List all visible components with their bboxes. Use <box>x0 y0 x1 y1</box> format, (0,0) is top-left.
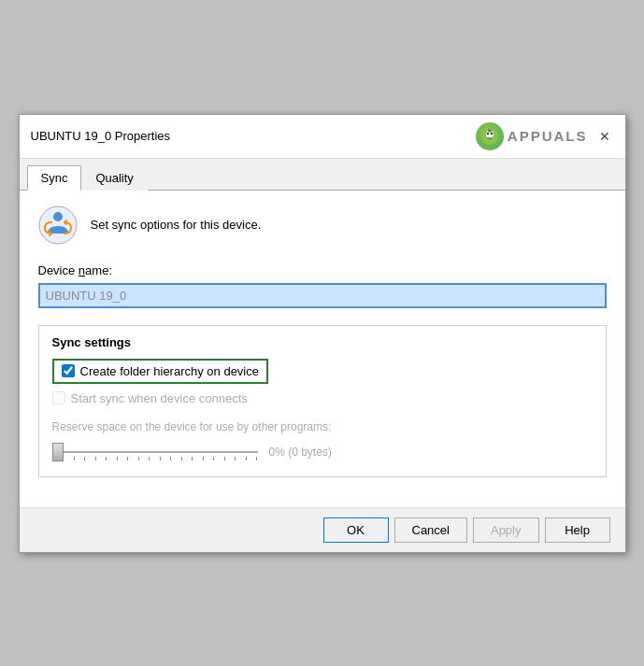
svg-point-3 <box>491 132 493 134</box>
apply-button[interactable]: Apply <box>473 517 539 543</box>
device-name-input[interactable] <box>38 283 607 308</box>
create-folder-checkbox[interactable] <box>62 364 75 377</box>
help-button[interactable]: Help <box>545 517 610 543</box>
ok-button[interactable]: OK <box>323 517 389 543</box>
sync-icon <box>38 205 78 245</box>
tab-content: Set sync options for this device. Device… <box>20 191 625 507</box>
footer: OK Cancel Apply Help <box>20 507 625 552</box>
tab-quality[interactable]: Quality <box>81 165 147 191</box>
tab-sync[interactable]: Sync <box>27 165 82 191</box>
cancel-button[interactable]: Cancel <box>394 517 467 543</box>
device-name-label: Device name: <box>38 263 607 277</box>
slider-ticks <box>52 457 258 461</box>
svg-rect-4 <box>488 129 490 132</box>
sync-settings-heading: Sync settings <box>52 335 593 349</box>
logo-icon <box>476 122 504 150</box>
svg-point-7 <box>53 212 63 221</box>
close-button[interactable]: ✕ <box>595 130 614 143</box>
checkbox-row-1: Create folder hierarchy on device <box>52 359 593 384</box>
svg-point-2 <box>487 132 489 134</box>
sync-header: Set sync options for this device. <box>38 205 607 245</box>
window-title: UBUNTU 19_0 Properties <box>31 129 171 143</box>
svg-point-0 <box>481 128 498 145</box>
checkbox-row-2: Start sync when device connects <box>52 391 593 405</box>
create-folder-label[interactable]: Create folder hierarchy on device <box>80 364 260 378</box>
sync-description: Set sync options for this device. <box>91 218 262 232</box>
start-sync-checkbox[interactable] <box>52 391 65 404</box>
slider-wrapper <box>52 441 258 463</box>
start-sync-label: Start sync when device connects <box>71 391 248 405</box>
sync-settings-group: Sync settings Create folder hierarchy on… <box>38 325 607 477</box>
slider-value-label: 0% (0 bytes) <box>269 446 332 459</box>
svg-point-1 <box>486 130 494 139</box>
slider-track <box>52 451 258 453</box>
slider-container: 0% (0 bytes) <box>52 441 593 463</box>
svg-rect-5 <box>490 129 492 132</box>
create-folder-highlight-box: Create folder hierarchy on device <box>52 359 269 384</box>
tab-bar: Sync Quality <box>20 159 625 191</box>
reserve-space-label: Reserve space on the device for use by o… <box>52 420 593 433</box>
logo-text: APPUALS <box>508 128 588 144</box>
title-bar: UBUNTU 19_0 Properties <box>20 115 625 159</box>
reserve-space-section: Reserve space on the device for use by o… <box>52 420 593 463</box>
properties-window: UBUNTU 19_0 Properties <box>19 114 626 553</box>
